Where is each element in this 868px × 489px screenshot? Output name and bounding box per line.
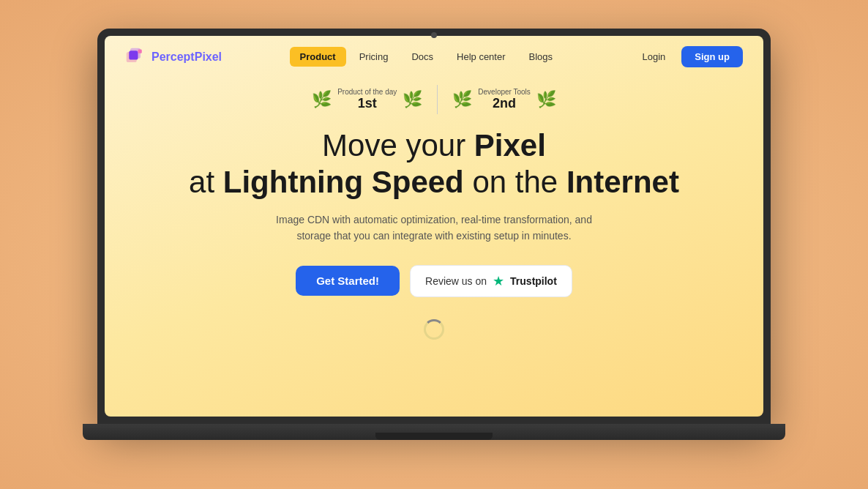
logo-icon: [125, 47, 146, 67]
trustpilot-brand: Trustpilot: [510, 275, 557, 287]
trustpilot-star-icon: ★: [493, 273, 504, 289]
award-text-1: Product of the day 1st: [337, 88, 397, 111]
laptop-screen: PerceptPixel Product Pricing Docs Help c…: [105, 36, 763, 417]
signup-button[interactable]: Sign up: [681, 46, 743, 67]
hero-section: 🌿 Product of the day 1st 🌿 🌿 Developer T…: [105, 78, 763, 417]
review-prefix: Review us on: [425, 275, 487, 287]
loading-spinner: [424, 319, 444, 340]
award-label-1: Product of the day: [337, 88, 397, 96]
svg-rect-2: [129, 51, 138, 59]
awards-row: 🌿 Product of the day 1st 🌿 🌿 Developer T…: [312, 85, 556, 114]
login-button[interactable]: Login: [631, 47, 678, 67]
award-separator: [437, 85, 438, 114]
nav-item-help-center[interactable]: Help center: [446, 47, 515, 67]
hero-subtitle: Image CDN with automatic optimization, r…: [273, 212, 595, 244]
award-label-2: Developer Tools: [478, 88, 531, 96]
award-text-2: Developer Tools 2nd: [478, 88, 531, 111]
get-started-button[interactable]: Get Started!: [296, 266, 400, 296]
laptop-camera: [431, 32, 437, 38]
nav-item-product[interactable]: Product: [290, 47, 346, 67]
hero-title: Move your Pixel at Lightning Speed on th…: [189, 127, 679, 201]
laurel-right-2: 🌿: [536, 90, 556, 109]
nav-links: Product Pricing Docs Help center Blogs: [290, 47, 564, 67]
hero-buttons: Get Started! Review us on ★ Trustpilot: [296, 265, 572, 297]
laurel-right-1: 🌿: [403, 90, 422, 109]
navbar: PerceptPixel Product Pricing Docs Help c…: [105, 36, 763, 78]
laptop-lid: PerceptPixel Product Pricing Docs Help c…: [97, 29, 771, 424]
nav-item-pricing[interactable]: Pricing: [349, 47, 399, 67]
award-developer-tools: 🌿 Developer Tools 2nd 🌿: [452, 88, 556, 111]
award-rank-1: 1st: [337, 96, 397, 111]
laurel-left-1: 🌿: [312, 90, 332, 109]
laptop-container: PerceptPixel Product Pricing Docs Help c…: [83, 29, 785, 460]
nav-item-blogs[interactable]: Blogs: [519, 47, 564, 67]
award-product-of-day: 🌿 Product of the day 1st 🌿: [312, 88, 422, 111]
logo-text: PerceptPixel: [151, 51, 222, 64]
trustpilot-button[interactable]: Review us on ★ Trustpilot: [410, 265, 572, 297]
svg-rect-3: [138, 49, 142, 53]
logo[interactable]: PerceptPixel: [125, 47, 222, 67]
nav-item-docs[interactable]: Docs: [401, 47, 444, 67]
award-rank-2: 2nd: [478, 96, 531, 111]
laurel-left-2: 🌿: [452, 90, 472, 109]
nav-actions: Login Sign up: [631, 46, 743, 67]
laptop-base: [83, 424, 785, 440]
